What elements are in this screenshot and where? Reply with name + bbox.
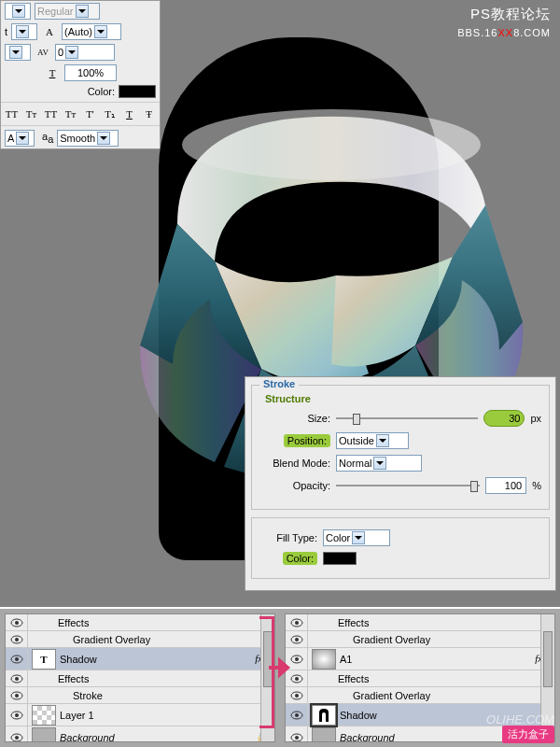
position-dropdown[interactable]: Outside — [336, 432, 409, 449]
eye-icon — [10, 655, 23, 664]
strokefx-label: Stroke — [73, 690, 103, 701]
text-layer-thumb: T — [32, 649, 56, 669]
eye-icon — [290, 691, 303, 700]
eye-icon — [10, 618, 23, 627]
faux-italic-button[interactable]: Tт — [24, 106, 38, 121]
eye-icon — [290, 635, 303, 644]
gradov-label: Gradient Overlay — [353, 690, 430, 701]
svg-point-12 — [15, 713, 19, 717]
layer-thumb — [312, 727, 336, 743]
layer-name: Shadow — [60, 654, 97, 665]
stroke-color-swatch[interactable] — [323, 552, 357, 565]
arrow-icon — [267, 654, 295, 682]
structure-label: Structure — [265, 393, 541, 404]
eye-icon — [10, 711, 23, 720]
eye-icon — [10, 635, 23, 644]
layer-name: A1 — [340, 654, 352, 665]
layer-name: Layer 1 — [60, 710, 94, 721]
font-size-dropdown[interactable] — [5, 3, 31, 20]
svg-point-20 — [295, 657, 299, 661]
lang-dropdown[interactable]: A — [5, 130, 35, 147]
leading-icon: t — [5, 26, 7, 37]
opacity-slider[interactable] — [336, 479, 480, 492]
gradov-label: Gradient Overlay — [73, 634, 150, 645]
blend-dropdown[interactable]: Normal — [336, 455, 422, 472]
opacity-input[interactable]: 100 — [485, 477, 526, 494]
pct-label: % — [532, 480, 541, 491]
effects-label: Effects — [58, 673, 89, 684]
filltype-dropdown[interactable]: Color — [323, 529, 390, 546]
eye-icon — [290, 733, 303, 742]
svg-point-8 — [15, 677, 19, 681]
svg-point-16 — [295, 621, 299, 625]
svg-point-18 — [295, 638, 299, 641]
filltype-label: Fill Type: — [259, 532, 317, 543]
opacity-label: Opacity: — [259, 480, 330, 491]
layer-shadow[interactable]: TShadowfx ▾ — [6, 648, 274, 670]
size-dropdown[interactable] — [11, 23, 37, 40]
svg-point-24 — [295, 694, 299, 698]
effects-label: Effects — [338, 673, 369, 684]
eye-icon — [10, 733, 23, 742]
faux-bold-button[interactable]: TT — [5, 106, 19, 121]
layer-layer1[interactable]: Layer 1 — [6, 704, 274, 726]
svg-point-28 — [295, 736, 299, 740]
svg-point-10 — [15, 694, 19, 698]
layer-thumb — [32, 727, 56, 743]
position-label: Position: — [259, 434, 330, 447]
layer-name: Shadow — [340, 710, 377, 721]
eye-icon — [290, 711, 303, 720]
layer-a1[interactable]: A1fx ▾ — [286, 648, 554, 670]
eye-icon — [10, 691, 23, 700]
svg-point-14 — [15, 736, 19, 740]
layers-panel-left: Effects Gradient Overlay TShadowfx ▾ Eff… — [5, 613, 275, 742]
eye-icon — [290, 618, 303, 627]
effects-label: Effects — [338, 617, 369, 628]
px-label: px — [530, 413, 541, 424]
eye-icon — [10, 674, 23, 684]
svg-point-0 — [182, 109, 481, 180]
blend-label: Blend Mode: — [259, 458, 330, 469]
olihe-watermark: OLIHE.COM — [486, 712, 554, 726]
stroke-title: Stroke — [259, 378, 299, 389]
layer-thumb — [312, 649, 336, 669]
footer-watermark: 活力盒子 — [502, 726, 554, 743]
svg-point-22 — [295, 677, 299, 681]
layer-background[interactable]: Background🔒 — [6, 726, 274, 742]
svg-point-26 — [295, 713, 299, 717]
size-input[interactable]: 30 — [483, 410, 525, 427]
layer-name: Background — [340, 732, 395, 743]
kerning-dropdown[interactable] — [5, 44, 31, 61]
effects-label: Effects — [58, 617, 89, 628]
gradov-label: Gradient Overlay — [353, 634, 430, 645]
layer-thumb — [32, 705, 56, 726]
size-label: Size: — [259, 413, 330, 424]
svg-point-6 — [15, 657, 19, 661]
stroke-panel: Stroke Structure Size: 30 px Position: O… — [245, 376, 556, 591]
color-label2: Color: — [259, 552, 317, 565]
svg-point-2 — [15, 621, 19, 625]
layer-name: Background — [60, 732, 115, 743]
svg-point-4 — [15, 638, 19, 641]
layer-thumb — [312, 705, 336, 726]
size-slider[interactable] — [336, 412, 478, 425]
